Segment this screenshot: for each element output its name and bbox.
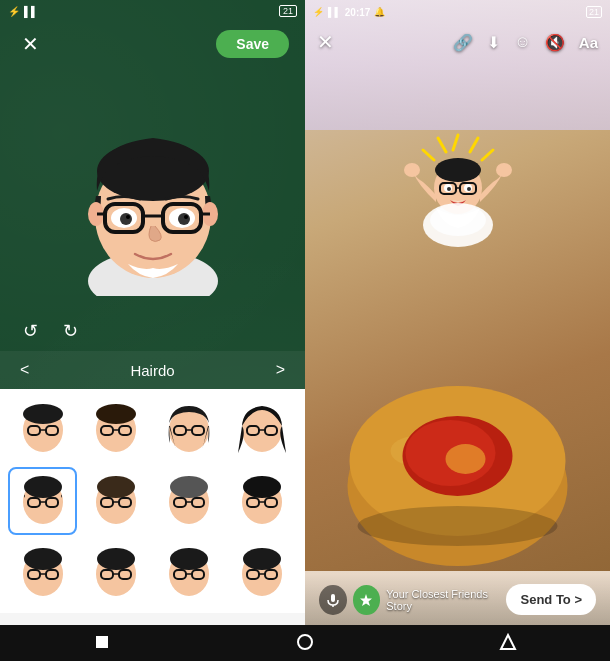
close-icon: ✕	[22, 32, 39, 56]
home-nav-button[interactable]	[93, 633, 111, 654]
right-alarm-icon: 🔔	[374, 7, 385, 17]
back-nav-button[interactable]	[296, 633, 314, 654]
svg-point-71	[243, 548, 281, 570]
right-signal-icon: ▌▌	[328, 7, 341, 17]
right-bottom-bar: Your Closest Friends Story Send To >	[305, 574, 610, 625]
svg-point-106	[467, 187, 471, 191]
svg-line-91	[470, 138, 478, 152]
download-icon[interactable]: ⬇	[487, 33, 500, 52]
svg-line-94	[423, 150, 434, 160]
svg-point-14	[178, 213, 190, 225]
hair-style-11[interactable]	[155, 539, 224, 607]
hair-style-12[interactable]	[228, 539, 297, 607]
signal-icon: ▌▌	[24, 6, 38, 17]
undo-button[interactable]: ↺	[16, 317, 44, 345]
svg-point-56	[24, 548, 62, 570]
svg-point-41	[97, 476, 135, 498]
svg-point-15	[126, 215, 130, 219]
undo-redo-bar: ↺ ↻	[0, 311, 305, 351]
left-status-left: ⚡ ▌▌	[8, 6, 38, 17]
hair-style-5[interactable]	[8, 467, 77, 535]
mute-icon[interactable]: 🔇	[545, 33, 565, 52]
svg-point-51	[243, 476, 281, 498]
svg-point-36	[24, 476, 62, 498]
hair-style-8[interactable]	[228, 467, 297, 535]
svg-point-61	[97, 548, 135, 570]
right-toolbar: 🔗 ⬇ ☺ 🔇 Aa	[453, 33, 598, 52]
avatar-svg	[63, 96, 243, 296]
svg-point-46	[170, 476, 208, 498]
svg-point-105	[447, 187, 451, 191]
left-header: ✕ Save	[0, 18, 305, 70]
redo-button[interactable]: ↻	[56, 317, 84, 345]
svg-point-23	[96, 404, 136, 424]
svg-line-92	[482, 150, 493, 160]
hairdo-prev-button[interactable]: <	[12, 357, 37, 383]
story-indicator: Your Closest Friends Story	[319, 585, 506, 615]
hair-style-9[interactable]	[8, 539, 77, 607]
sticker-icon[interactable]: ☺	[514, 33, 530, 51]
friends-story-button[interactable]	[353, 585, 381, 615]
send-to-button[interactable]: Send To >	[506, 584, 596, 615]
hair-style-6[interactable]	[81, 467, 150, 535]
right-header: ✕ 🔗 ⬇ ☺ 🔇 Aa	[305, 20, 610, 64]
hair-style-4[interactable]	[228, 395, 297, 463]
svg-line-93	[438, 138, 446, 152]
avatar-main	[63, 96, 243, 296]
recent-nav-button[interactable]	[499, 633, 517, 654]
story-label: Your Closest Friends Story	[386, 588, 506, 612]
right-battery-level: 21	[586, 6, 602, 18]
battery-icon: 21	[279, 5, 297, 17]
microphone-button[interactable]	[319, 585, 347, 615]
hair-style-2[interactable]	[81, 395, 150, 463]
hairdo-label: Hairdo	[130, 362, 174, 379]
right-close-button[interactable]: ✕	[317, 30, 334, 54]
right-bluetooth-icon: ⚡	[313, 7, 324, 17]
link-icon[interactable]: 🔗	[453, 33, 473, 52]
svg-rect-108	[331, 594, 335, 602]
right-status-right: 21	[586, 6, 602, 18]
svg-rect-111	[96, 636, 108, 648]
text-style-button[interactable]: Aa	[579, 34, 598, 51]
svg-point-107	[423, 203, 493, 247]
svg-point-112	[298, 635, 312, 649]
svg-line-90	[453, 135, 458, 150]
left-status-right: 21	[279, 5, 297, 17]
svg-marker-113	[501, 635, 515, 649]
hair-style-7[interactable]	[155, 467, 224, 535]
hair-style-grid	[0, 389, 305, 613]
svg-point-96	[404, 163, 420, 177]
avatar-area	[0, 70, 305, 311]
svg-point-16	[184, 215, 188, 219]
hairdo-next-button[interactable]: >	[268, 357, 293, 383]
left-panel: ⚡ ▌▌ 21 ✕ Save	[0, 0, 305, 661]
right-time: 20:17	[345, 7, 371, 18]
svg-point-13	[120, 213, 132, 225]
right-status-left: ⚡ ▌▌ 20:17 🔔	[313, 7, 385, 18]
hair-style-10[interactable]	[81, 539, 150, 607]
svg-point-97	[496, 163, 512, 177]
svg-point-89	[357, 506, 557, 546]
svg-point-88	[445, 444, 485, 474]
right-status-bar: ⚡ ▌▌ 20:17 🔔 21	[305, 0, 610, 22]
left-status-bar: ⚡ ▌▌ 21	[0, 0, 305, 22]
bitmoji-sticker[interactable]	[398, 130, 518, 250]
svg-point-18	[23, 404, 63, 424]
bluetooth-icon: ⚡	[8, 6, 20, 17]
hair-style-1[interactable]	[8, 395, 77, 463]
hairdo-navigation: < Hairdo >	[0, 351, 305, 389]
svg-marker-110	[360, 594, 372, 606]
svg-point-66	[170, 548, 208, 570]
svg-point-99	[435, 158, 481, 182]
navigation-bar	[0, 625, 610, 661]
photo-background	[305, 0, 610, 661]
close-button[interactable]: ✕	[16, 30, 44, 58]
hair-style-3[interactable]	[155, 395, 224, 463]
save-button[interactable]: Save	[216, 30, 289, 58]
right-panel: ⚡ ▌▌ 20:17 🔔 21 ✕ 🔗 ⬇ ☺ 🔇 Aa	[305, 0, 610, 661]
